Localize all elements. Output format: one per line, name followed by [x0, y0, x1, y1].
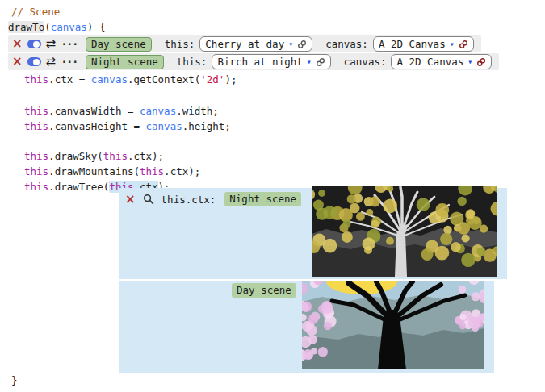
code-line-drawsky: this.drawSky(this.ctx); — [24, 149, 164, 163]
close-probe-icon[interactable]: × — [125, 194, 136, 206]
code-line-drawmountains: this.drawMountains(this.ctx); — [24, 165, 200, 178]
code-token: .drawSky( — [48, 150, 103, 162]
this-binding-select[interactable]: Cherry at day ▾ — [199, 36, 312, 52]
this-binding-value: Birch at night — [217, 56, 302, 68]
code-line-signature: drawTo(canvas) { — [8, 20, 105, 34]
probe-panel: × this.ctx: Night scene — [119, 188, 507, 373]
keyword-this: this — [24, 105, 48, 117]
keyword-this: this — [24, 120, 48, 132]
code-token: .drawMountains( — [48, 165, 140, 177]
toggle-knob — [33, 59, 40, 65]
code-line-canvasheight: this.canvasHeight = canvas.height; — [24, 119, 231, 133]
probe-result-day: Day scene — [119, 281, 494, 373]
canvas-binding-value: A 2D Canvas — [379, 38, 446, 50]
keyword-this: this — [103, 150, 128, 162]
example-toggle[interactable] — [27, 57, 41, 66]
magnifier-icon[interactable] — [143, 194, 154, 205]
code-line-getcontext: this.ctx = canvas.getContext('2d'); — [24, 73, 237, 86]
code-token: .getContext( — [128, 73, 200, 85]
example-name-badge[interactable]: Day scene — [86, 37, 152, 52]
code-token: ); — [224, 73, 237, 85]
chevron-down-icon: ▾ — [288, 40, 293, 48]
example-row-night: × ⇄ ··· Night scene this: Birch at night… — [8, 53, 499, 70]
keyword-this: this — [24, 165, 48, 177]
code-close-brace: } — [11, 373, 18, 387]
night-scene-canvas — [312, 186, 497, 277]
canvas-binding-select[interactable]: A 2D Canvas ▾ — [373, 36, 474, 52]
code-token-canvas: canvas — [146, 120, 182, 132]
code-token: .ctx); — [128, 150, 164, 162]
keyword-this: this — [24, 73, 48, 85]
code-token: .height; — [182, 120, 231, 132]
link-icon[interactable] — [316, 57, 325, 67]
keyword-this: this — [140, 165, 164, 177]
this-binding-select[interactable]: Birch at night ▾ — [212, 54, 330, 69]
link-icon[interactable] — [297, 40, 307, 49]
swap-arrows-icon[interactable]: ⇄ — [46, 56, 57, 68]
this-label: this: — [177, 56, 208, 68]
code-token: .width; — [176, 105, 219, 117]
code-token: ( — [44, 21, 51, 33]
canvas-binding-value: A 2D Canvas — [396, 56, 463, 68]
canvas-binding-select[interactable]: A 2D Canvas ▾ — [391, 54, 492, 69]
swap-arrows-icon[interactable]: ⇄ — [46, 38, 57, 50]
toggle-knob — [33, 41, 40, 48]
example-name-badge[interactable]: Night scene — [86, 55, 164, 69]
remove-example-icon[interactable]: × — [12, 56, 23, 68]
code-token: .canvasHeight = — [48, 120, 145, 132]
code-token-canvas: canvas — [91, 73, 128, 85]
method-name: drawTo — [8, 21, 44, 33]
code-token: ) { — [87, 21, 106, 33]
this-label: this: — [165, 38, 195, 50]
example-toggle[interactable] — [27, 40, 41, 48]
code-comment: // Scene — [11, 5, 60, 19]
more-options-icon[interactable]: ··· — [61, 39, 78, 50]
code-token: .canvasWidth = — [48, 105, 140, 117]
keyword-this: this — [24, 181, 48, 193]
more-options-icon[interactable]: ··· — [61, 56, 78, 68]
probe-example-badge[interactable]: Night scene — [224, 192, 301, 206]
code-token: .ctx = — [48, 73, 91, 85]
canvas-label: canvas: — [344, 56, 387, 68]
probe-result-night: × this.ctx: Night scene — [119, 188, 507, 279]
probe-expression: this.ctx: — [161, 194, 216, 206]
remove-example-icon[interactable]: × — [12, 38, 23, 50]
day-scene-canvas — [302, 281, 484, 369]
code-line-canvaswidth: this.canvasWidth = canvas.width; — [24, 104, 219, 118]
link-icon[interactable] — [476, 57, 486, 67]
code-token-canvas: canvas — [51, 21, 87, 33]
chevron-down-icon: ▾ — [307, 58, 312, 66]
string-literal: '2d' — [200, 73, 224, 85]
canvas-label: canvas: — [325, 38, 368, 50]
code-token-canvas: canvas — [140, 105, 176, 117]
example-row-day: × ⇄ ··· Day scene this: Cherry at day ▾ … — [8, 35, 481, 52]
code-token: .drawTree( — [48, 181, 109, 193]
chevron-down-icon: ▾ — [467, 58, 472, 66]
code-token: .ctx); — [164, 165, 200, 177]
keyword-this: this — [24, 150, 48, 162]
probe-example-badge[interactable]: Day scene — [232, 283, 296, 298]
chevron-down-icon: ▾ — [450, 40, 455, 48]
link-icon[interactable] — [459, 40, 468, 49]
this-binding-value: Cherry at day — [205, 38, 284, 50]
